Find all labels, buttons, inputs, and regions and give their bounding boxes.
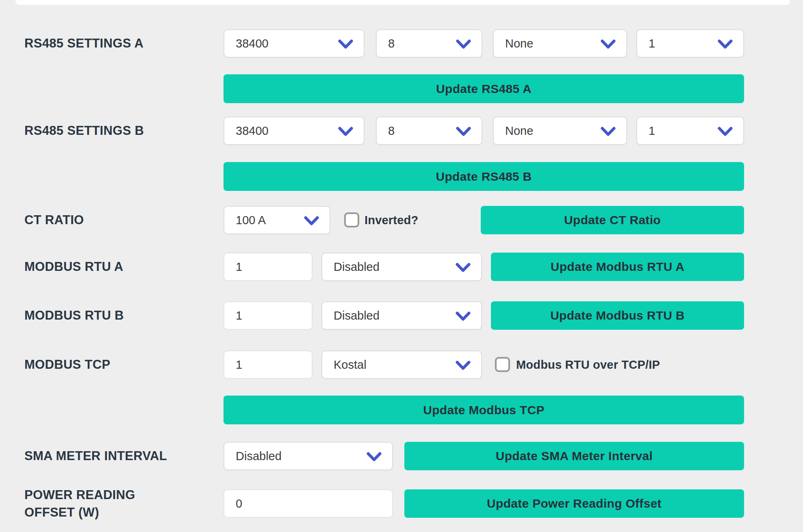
chevron-down-icon <box>338 125 353 136</box>
modbus-rtu-a-label: MODBUS RTU A <box>24 253 124 281</box>
rs485-b-parity-value: None <box>505 124 533 138</box>
chevron-down-icon <box>456 359 471 370</box>
chevron-down-icon <box>718 38 733 49</box>
card-top-edge <box>15 0 790 5</box>
chevron-down-icon <box>456 262 471 272</box>
modbus-rtu-b-mode-select[interactable]: Disabled <box>321 301 482 330</box>
update-modbus-rtu-b-button[interactable]: Update Modbus RTU B <box>491 301 744 330</box>
modbus-rtu-a-mode-select[interactable]: Disabled <box>321 253 482 281</box>
modbus-rtu-over-tcp-label: Modbus RTU over TCP/IP <box>516 350 660 379</box>
sma-meter-interval-label: SMA METER INTERVAL <box>24 442 167 470</box>
ct-ratio-value: 100 A <box>236 214 266 227</box>
rs485-b-baud-value: 38400 <box>236 124 269 138</box>
modbus-rtu-b-address-input[interactable] <box>224 301 313 330</box>
rs485-a-label: RS485 SETTINGS A <box>24 29 143 58</box>
power-reading-offset-label-line1: POWER READING <box>24 486 135 504</box>
chevron-down-icon <box>456 310 471 321</box>
update-rs485-b-button[interactable]: Update RS485 B <box>224 162 744 191</box>
chevron-down-icon <box>601 38 616 49</box>
sma-meter-interval-value: Disabled <box>236 450 282 463</box>
chevron-down-icon <box>304 215 319 226</box>
rs485-b-baud-select[interactable]: 38400 <box>224 117 365 145</box>
chevron-down-icon <box>718 125 733 136</box>
device-settings-panel: RS485 SETTINGS A 38400 8 None 1 Update R… <box>0 0 803 532</box>
modbus-rtu-b-mode-value: Disabled <box>334 309 380 322</box>
chevron-down-icon <box>601 125 616 136</box>
rs485-b-stopbits-value: 1 <box>649 124 655 138</box>
chevron-down-icon <box>338 38 353 49</box>
rs485-b-label: RS485 SETTINGS B <box>24 117 144 145</box>
modbus-rtu-a-mode-value: Disabled <box>334 260 380 274</box>
inverted-checkbox-label: Inverted? <box>365 206 418 234</box>
chevron-down-icon <box>456 125 471 136</box>
rs485-a-databits-select[interactable]: 8 <box>376 29 482 58</box>
rs485-a-stopbits-value: 1 <box>649 37 655 50</box>
modbus-rtu-over-tcp-checkbox[interactable] <box>495 357 510 372</box>
update-rs485-a-button[interactable]: Update RS485 A <box>224 74 744 103</box>
ct-ratio-label: CT RATIO <box>24 206 84 234</box>
modbus-tcp-mode-value: Kostal <box>334 358 367 372</box>
chevron-down-icon <box>367 451 382 462</box>
sma-meter-interval-select[interactable]: Disabled <box>224 442 393 470</box>
power-reading-offset-input[interactable] <box>224 489 393 518</box>
rs485-b-parity-select[interactable]: None <box>493 117 627 145</box>
rs485-a-databits-value: 8 <box>388 37 395 50</box>
inverted-checkbox[interactable] <box>344 212 359 227</box>
update-modbus-tcp-button[interactable]: Update Modbus TCP <box>224 396 744 424</box>
update-sma-meter-interval-button[interactable]: Update SMA Meter Interval <box>404 442 744 470</box>
update-ct-ratio-button[interactable]: Update CT Ratio <box>481 206 744 234</box>
update-modbus-rtu-a-button[interactable]: Update Modbus RTU A <box>491 253 744 281</box>
rs485-b-databits-value: 8 <box>388 124 395 138</box>
power-reading-offset-label: POWER READING OFFSET (W) <box>24 487 135 521</box>
rs485-a-stopbits-select[interactable]: 1 <box>636 29 744 58</box>
ct-ratio-select[interactable]: 100 A <box>224 206 330 234</box>
rs485-b-stopbits-select[interactable]: 1 <box>636 117 744 145</box>
rs485-a-parity-select[interactable]: None <box>493 29 627 58</box>
modbus-tcp-label: MODBUS TCP <box>24 350 110 379</box>
rs485-a-parity-value: None <box>505 37 533 50</box>
chevron-down-icon <box>456 38 471 49</box>
rs485-a-baud-select[interactable]: 38400 <box>224 29 365 58</box>
rs485-b-databits-select[interactable]: 8 <box>376 117 482 145</box>
modbus-tcp-mode-select[interactable]: Kostal <box>321 350 482 379</box>
rs485-a-baud-value: 38400 <box>236 37 269 50</box>
modbus-rtu-b-label: MODBUS RTU B <box>24 301 124 330</box>
modbus-rtu-a-address-input[interactable] <box>224 253 313 281</box>
power-reading-offset-label-line2: OFFSET (W) <box>24 504 135 521</box>
update-power-reading-offset-button[interactable]: Update Power Reading Offset <box>404 489 744 518</box>
modbus-tcp-address-input[interactable] <box>224 350 313 379</box>
